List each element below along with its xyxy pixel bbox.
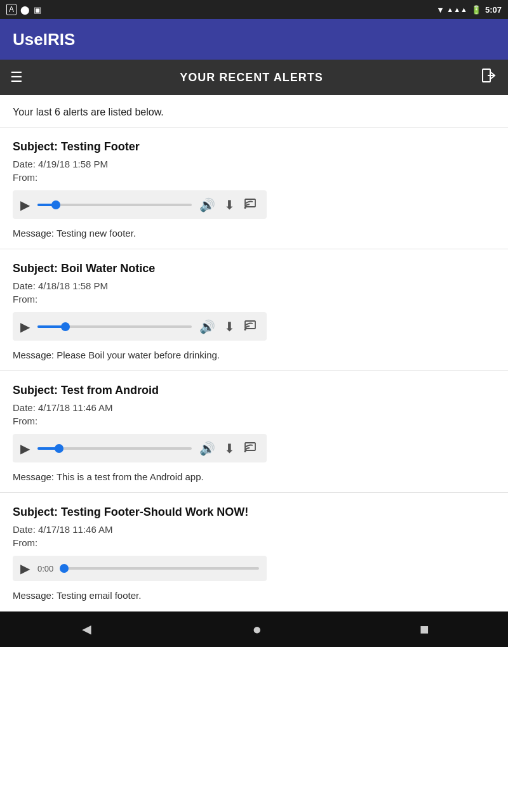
alert-from-1: From: — [13, 172, 495, 183]
audio-controls-3: 🔊 ⬇ — [199, 439, 259, 457]
status-bar: A ⬤ ▣ ▾ ▲▲▲ 🔋 5:07 — [0, 0, 508, 19]
alert-card-4: Subject: Testing Footer-Should Work NOW!… — [0, 493, 508, 612]
play-button-3[interactable]: ▶ — [20, 441, 30, 456]
alert-card-2: Subject: Boil Water Notice Date: 4/18/18… — [0, 249, 508, 371]
progress-track-1[interactable] — [37, 204, 192, 206]
download-icon-3[interactable]: ⬇ — [224, 441, 235, 456]
alert-subject-1: Subject: Testing Footer — [13, 140, 495, 154]
sim-icon: ▣ — [34, 5, 41, 15]
toolbar-title: YOUR RECENT ALERTS — [23, 71, 480, 84]
back-button[interactable]: ◄ — [79, 620, 95, 638]
audio-player-4: ▶ 0:00 — [13, 556, 267, 581]
progress-thumb-3 — [55, 444, 64, 453]
audio-player-1: ▶ 🔊 ⬇ — [13, 190, 267, 219]
audio-player-3: ▶ 🔊 ⬇ — [13, 434, 267, 462]
play-button-1[interactable]: ▶ — [20, 197, 30, 213]
audio-controls-1: 🔊 ⬇ — [199, 195, 259, 214]
alert-date-3: Date: 4/17/18 11:46 AM — [13, 402, 495, 413]
cast-icon-1[interactable] — [244, 195, 259, 214]
alert-from-4: From: — [13, 537, 495, 548]
signal-icon: ▲▲▲ — [446, 6, 467, 13]
audio-time-4: 0:00 — [37, 564, 57, 573]
content: Your last 6 alerts are listed below. Sub… — [0, 95, 508, 612]
alert-subject-2: Subject: Boil Water Notice — [13, 262, 495, 275]
alert-date-4: Date: 4/17/18 11:46 AM — [13, 524, 495, 535]
audio-player-2: ▶ 🔊 ⬇ — [13, 312, 267, 341]
audio-controls-2: 🔊 ⬇ — [199, 317, 259, 336]
cast-icon-3[interactable] — [244, 439, 259, 457]
alert-card-1: Subject: Testing Footer Date: 4/19/18 1:… — [0, 128, 508, 249]
clock: 5:07 — [485, 5, 502, 15]
keyboard-icon: A — [6, 4, 17, 15]
alert-card-3: Subject: Test from Android Date: 4/17/18… — [0, 371, 508, 493]
menu-button[interactable]: ☰ — [10, 69, 23, 86]
alert-date-2: Date: 4/18/18 1:58 PM — [13, 280, 495, 291]
toolbar: ☰ YOUR RECENT ALERTS — [0, 60, 508, 95]
svg-point-7 — [244, 450, 246, 452]
progress-track-4[interactable] — [64, 567, 259, 570]
app-bar: UseIRIS — [0, 19, 508, 60]
alert-message-3: Message: This is a test from the Android… — [13, 471, 495, 482]
download-icon-1[interactable]: ⬇ — [224, 197, 235, 213]
download-icon-2[interactable]: ⬇ — [224, 319, 235, 334]
alert-subject-3: Subject: Test from Android — [13, 384, 495, 397]
cast-icon-2[interactable] — [244, 317, 259, 336]
progress-thumb-2 — [61, 322, 70, 331]
home-button[interactable]: ● — [252, 620, 262, 638]
alert-date-1: Date: 4/19/18 1:58 PM — [13, 159, 495, 169]
play-button-2[interactable]: ▶ — [20, 319, 30, 334]
progress-fill-1 — [37, 204, 56, 206]
logout-button[interactable] — [480, 67, 498, 88]
play-button-4[interactable]: ▶ — [20, 561, 30, 576]
circle-icon: ⬤ — [20, 5, 30, 15]
progress-track-2[interactable] — [37, 325, 192, 328]
volume-icon-3[interactable]: 🔊 — [199, 441, 215, 456]
subtitle: Your last 6 alerts are listed below. — [0, 95, 508, 128]
status-icons-left: A ⬤ ▣ — [6, 4, 41, 15]
progress-fill-3 — [37, 447, 59, 450]
alert-message-4: Message: Testing email footer. — [13, 590, 495, 601]
alert-subject-4: Subject: Testing Footer-Should Work NOW! — [13, 506, 495, 519]
battery-icon: 🔋 — [471, 5, 481, 15]
recent-button[interactable]: ■ — [420, 620, 429, 638]
volume-icon-2[interactable]: 🔊 — [199, 319, 215, 334]
progress-thumb-1 — [51, 200, 60, 209]
progress-track-3[interactable] — [37, 447, 192, 450]
svg-point-5 — [244, 329, 246, 331]
svg-point-3 — [244, 207, 246, 209]
app-title: UseIRIS — [13, 30, 75, 49]
wifi-icon: ▾ — [438, 5, 443, 15]
alert-message-1: Message: Testing new footer. — [13, 228, 495, 239]
alert-message-2: Message: Please Boil your water before d… — [13, 350, 495, 360]
progress-fill-2 — [37, 325, 65, 328]
bottom-navigation: ◄ ● ■ — [0, 612, 508, 647]
volume-icon-1[interactable]: 🔊 — [199, 197, 215, 213]
progress-thumb-4 — [60, 564, 69, 573]
alert-from-3: From: — [13, 416, 495, 426]
status-icons-right: ▾ ▲▲▲ 🔋 5:07 — [438, 5, 502, 15]
alert-from-2: From: — [13, 294, 495, 304]
